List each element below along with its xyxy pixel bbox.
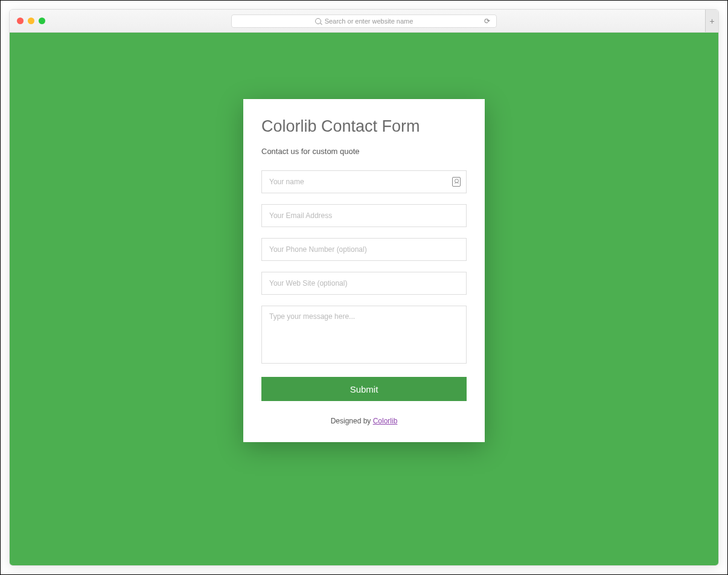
contact-card-icon	[452, 177, 461, 187]
form-fields: Submit	[261, 170, 467, 401]
credit-prefix: Designed by	[331, 417, 373, 425]
browser-window: Search or enter website name ⟳ + Colorli…	[9, 9, 719, 566]
refresh-icon[interactable]: ⟳	[484, 17, 490, 25]
new-tab-button[interactable]: +	[705, 10, 718, 32]
credit-line: Designed by Colorlib	[261, 417, 467, 425]
phone-input[interactable]	[261, 238, 467, 261]
search-icon	[315, 18, 321, 24]
email-input[interactable]	[261, 204, 467, 227]
address-bar[interactable]: Search or enter website name ⟳	[231, 14, 497, 28]
name-input[interactable]	[261, 170, 467, 193]
form-subtitle: Contact us for custom quote	[261, 147, 467, 156]
contact-form-card: Colorlib Contact Form Contact us for cus…	[243, 99, 485, 442]
form-title: Colorlib Contact Form	[261, 117, 467, 136]
close-window-button[interactable]	[17, 18, 24, 24]
minimize-window-button[interactable]	[28, 18, 34, 24]
name-field-wrap	[261, 170, 467, 193]
traffic-lights	[17, 18, 45, 24]
browser-chrome: Search or enter website name ⟳ +	[10, 10, 718, 33]
message-textarea[interactable]	[261, 306, 467, 364]
page-viewport: Colorlib Contact Form Contact us for cus…	[10, 33, 718, 565]
website-input[interactable]	[261, 272, 467, 295]
address-placeholder: Search or enter website name	[325, 18, 413, 25]
submit-button[interactable]: Submit	[261, 377, 467, 401]
maximize-window-button[interactable]	[39, 18, 45, 24]
credit-link[interactable]: Colorlib	[373, 417, 398, 425]
